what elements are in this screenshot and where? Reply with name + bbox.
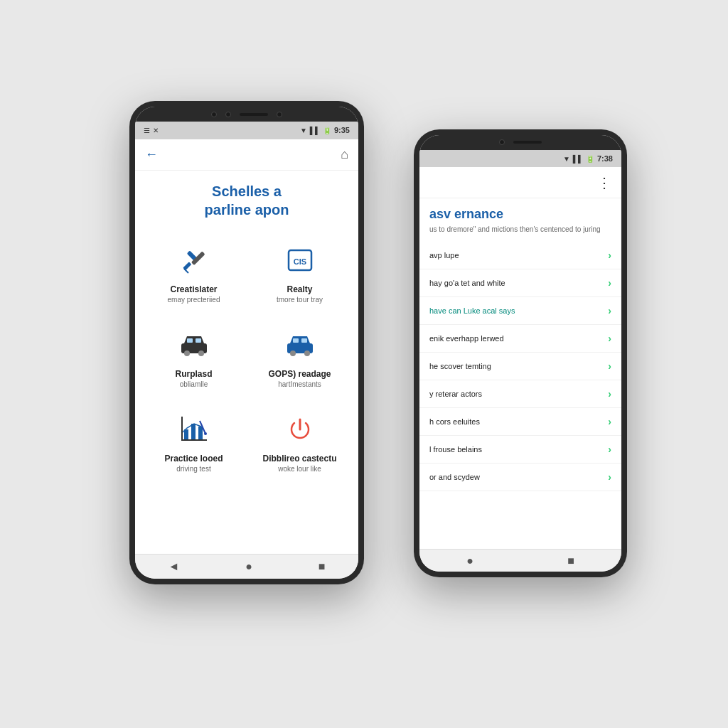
grid-item-title: GOPS) readage [268,369,331,379]
front-camera-sensor [277,112,282,117]
car-icon [176,326,213,363]
back-time: 7:38 [597,154,613,163]
list-item[interactable]: enik everhapp lerwed› [419,325,621,353]
back-bottom-nav: ● ■ [419,549,621,572]
front-status-bar: ☰ ✕ ▼ ▌▌ 🔋 9:35 [135,122,358,139]
chevron-right-icon: › [608,388,611,400]
front-nav-home[interactable]: ● [245,560,252,573]
front-time: 9:35 [334,126,350,134]
svg-point-13 [304,350,310,356]
svg-rect-10 [196,338,201,343]
home-button[interactable]: ⌂ [341,147,348,162]
front-bottom-nav: ◄ ● ■ [135,554,358,579]
list-item[interactable]: have can Luke acal says› [419,297,621,325]
app-main-title: Schelles a parline apon [145,182,348,219]
grid-item-subtitle: obliamlle [180,380,208,388]
grid-item-realty[interactable]: CIS Realtytmore tour tray [247,230,353,315]
menu-dots-icon[interactable]: ⋮ [597,174,611,191]
back-speaker [513,141,542,144]
svg-text:CIS: CIS [293,257,306,266]
pencil-tools-icon [176,242,213,279]
grid-item-subtitle: driving test [176,465,210,473]
grid-item-subtitle: emay precteriied [168,296,220,304]
list-item-text: enik everhapp lerwed [429,334,608,343]
list-item-text: have can Luke acal says [429,306,608,315]
chevron-right-icon: › [608,277,611,289]
list-items-container: avp lupe›hay go'a tet and white›have can… [419,242,621,491]
front-notch [135,107,358,122]
list-item-text: avp lupe [429,251,608,259]
chevron-right-icon: › [608,471,611,483]
svg-point-22 [204,432,207,435]
grid-item-gops-readage[interactable]: GOPS) readagehartImestants [247,315,353,400]
chart-icon [176,411,213,448]
back-title-area: asv ernance [419,198,621,225]
grid-item-subtitle: woke lour like [278,465,321,473]
list-item-text: or and scydew [429,473,608,481]
list-item[interactable]: y reterar actors› [419,380,621,408]
grid-item-subtitle: tmore tour tray [277,296,323,304]
grid-item-subtitle: hartImestants [278,380,321,388]
list-item-text: h cors eeluites [429,417,608,426]
chevron-right-icon: › [608,305,611,316]
back-camera [499,139,505,145]
front-camera-side [211,112,217,117]
grid-item-title: Dibblireo castectu [262,454,336,464]
app-topbar: ← ⌂ [135,139,358,171]
chevron-right-icon: › [608,250,611,261]
svg-rect-16 [181,439,207,441]
list-item[interactable]: l frouse belains› [419,436,621,464]
grid-item-practice-looed[interactable]: Practice looeddriving test [141,400,247,484]
back-nav-home[interactable]: ● [466,555,473,567]
back-nav-square[interactable]: ■ [567,555,574,567]
back-screen: ⋮ asv ernance us to dremore" and miction… [419,167,621,549]
svg-rect-20 [198,427,203,439]
list-item[interactable]: h cors eeluites› [419,408,621,436]
chevron-right-icon: › [608,333,611,344]
back-topbar: ⋮ [419,167,621,198]
front-status-left: ☰ ✕ [144,127,159,134]
svg-point-8 [198,350,204,356]
list-item[interactable]: he scover temting› [419,353,621,380]
chevron-right-icon: › [608,416,611,427]
grid-item-title: Creatislater [170,284,217,294]
phone-back: ▼ ▌▌ 🔋 7:38 ⋮ asv ernance us to dremore"… [414,129,627,577]
grid-menu: Creatislateremay precteriied CIS Realtyt… [135,225,358,490]
svg-rect-17 [181,417,183,441]
app-title-area: Schelles a parline apon [135,171,358,225]
car-front-icon [282,326,318,363]
back-status-icons: ▼ ▌▌ 🔋 7:38 [563,154,613,163]
badge-icon: CIS [282,242,318,279]
list-item-text: y reterar actors [429,390,608,398]
grid-item-title: Realty [287,284,312,294]
phone-front: ☰ ✕ ▼ ▌▌ 🔋 9:35 ← ⌂ Schelles a [129,101,364,584]
list-item[interactable]: or and scydew› [419,464,621,491]
svg-point-12 [290,350,296,356]
back-button[interactable]: ← [145,147,158,162]
front-nav-square[interactable]: ■ [318,560,326,573]
back-screen-desc: us to dremore" and mictions then's cente… [419,225,621,242]
app-screen: ← ⌂ Schelles a parline apon Creatislater… [135,139,358,554]
grid-item-title: Rurplasd [175,369,212,379]
grid-item-creatislater[interactable]: Creatislateremay precteriied [141,230,247,315]
grid-item-dibblireo-castectu[interactable]: Dibblireo castectuwoke lour like [247,400,353,484]
back-notch [419,135,621,150]
svg-rect-19 [191,424,196,439]
front-nav-back[interactable]: ◄ [168,560,179,573]
grid-item-rurplasd[interactable]: Rurplasdobliamlle [141,315,247,400]
list-item[interactable]: hay go'a tet and white› [419,269,621,297]
front-camera-main [225,112,231,117]
list-item[interactable]: avp lupe› [419,242,621,269]
svg-rect-9 [187,338,193,343]
back-screen-title: asv ernance [429,207,611,222]
svg-rect-15 [301,338,307,343]
back-status-bar: ▼ ▌▌ 🔋 7:38 [419,150,621,167]
list-item-text: he scover temting [429,362,608,370]
power-icon [282,411,318,448]
svg-rect-14 [293,338,299,343]
front-status-right: ▼ ▌▌ 🔋 9:35 [300,126,350,134]
chevron-right-icon: › [608,360,611,372]
front-speaker [240,113,268,116]
list-item-text: hay go'a tet and white [429,279,608,287]
svg-point-7 [184,350,190,356]
